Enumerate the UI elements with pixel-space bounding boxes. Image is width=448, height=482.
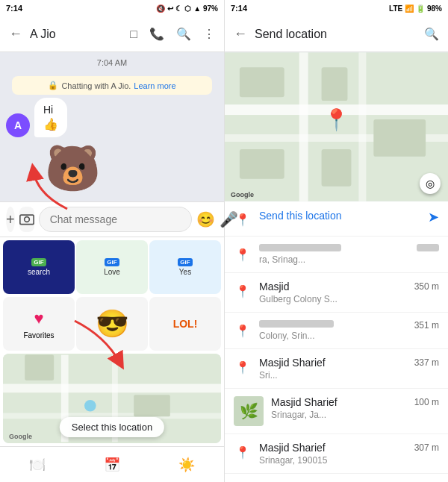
plus-button[interactable]: + bbox=[6, 207, 15, 232]
mic-icon[interactable]: 🎤 bbox=[220, 210, 238, 228]
svg-rect-7 bbox=[25, 355, 54, 381]
bottom-tab-restaurants[interactable]: 🍽️ bbox=[0, 447, 75, 482]
list-item-masjid-sharief-1[interactable]: 📍 Masjid Sharief 337 m Sri... bbox=[225, 349, 448, 389]
emoji-icon[interactable]: 😊 bbox=[196, 210, 215, 228]
list-item-masjid[interactable]: 📍 Masjid 350 m Gulberg Colony S... bbox=[225, 273, 448, 313]
message-row-hi: A Hi 👍 bbox=[0, 98, 224, 137]
send-arrow-icon[interactable]: ➤ bbox=[428, 209, 439, 225]
left-status-icons: 🔇 ↩ ☾ ⬡ ▲ 97% bbox=[156, 4, 218, 13]
hi-text: Hi bbox=[43, 104, 58, 116]
svg-point-9 bbox=[84, 400, 96, 412]
masjid-sharief-sub-2: Srinagar, 190015 bbox=[259, 455, 439, 466]
bottom-tab-hotels[interactable]: 📅 bbox=[75, 447, 149, 482]
favorites-label: Favorites bbox=[23, 331, 54, 339]
masjid-sharief-text-thumb: Masjid Sharief 100 m Srinagar, Ja... bbox=[271, 396, 439, 420]
learn-more-link[interactable]: Learn more bbox=[134, 81, 175, 90]
right-search-icon[interactable]: 🔍 bbox=[424, 27, 439, 41]
list-item-masjid-sharief-2[interactable]: 📍 Masjid Sharief 307 m Srinagar, 190015 bbox=[225, 434, 448, 474]
bear-sticker: 🐻 bbox=[12, 142, 212, 195]
location-thumbnail: 🌿 bbox=[234, 396, 264, 426]
right-status-bar: 7:14 LTE 📶 🔋 98% bbox=[225, 0, 448, 16]
svg-rect-13 bbox=[299, 52, 308, 201]
right-status-icons: LTE 📶 🔋 98% bbox=[389, 4, 442, 13]
send-location-name: Send this location bbox=[259, 210, 342, 222]
list-item-blurred-1[interactable]: 📍 ra, Srinag... bbox=[225, 237, 448, 273]
gif-yes-item[interactable]: GIF Yes bbox=[149, 240, 221, 294]
google-logo-map: Google bbox=[231, 191, 254, 198]
lol-label: LOL! bbox=[173, 318, 198, 330]
message-bubble: Hi 👍 bbox=[34, 98, 67, 137]
list-item-masjid-sharief-thumb[interactable]: 🌿 Masjid Sharief 100 m Srinagar, Ja... bbox=[225, 389, 448, 434]
gif-love-label: Love bbox=[104, 268, 120, 276]
camera-button[interactable] bbox=[19, 207, 34, 232]
blurred-sub-2: Colony, Srin... bbox=[259, 331, 407, 341]
chat-timestamp: 7:04 AM bbox=[0, 52, 224, 73]
fav-row: ♥ Favorites 😎 LOL! bbox=[0, 297, 224, 354]
lol-item[interactable]: LOL! bbox=[149, 297, 221, 351]
search-icon[interactable]: 🔍 bbox=[176, 27, 191, 41]
left-header: ← A Jio □ 📞 🔍 ⋮ bbox=[0, 16, 224, 52]
loc-pin-icon-7: 📍 bbox=[234, 443, 252, 461]
chat-input[interactable] bbox=[39, 207, 192, 232]
svg-rect-14 bbox=[358, 52, 366, 201]
blurred-dist-2: 351 m bbox=[414, 320, 439, 331]
masjid-sharief-sub-1: Sri... bbox=[259, 370, 439, 381]
svg-point-1 bbox=[24, 217, 29, 222]
heart-icon: ♥ bbox=[34, 309, 43, 328]
gif-search-label: search bbox=[28, 268, 50, 276]
masjid-distance: 350 m bbox=[414, 281, 439, 292]
restaurants-icon: 🍽️ bbox=[29, 457, 46, 473]
avatar: A bbox=[6, 113, 30, 137]
svg-rect-18 bbox=[240, 149, 284, 179]
map-location-selector[interactable]: Select this location Google bbox=[3, 354, 221, 443]
sunglasses-icon: 😎 bbox=[96, 308, 129, 339]
right-time: 7:14 bbox=[231, 4, 247, 13]
chat-title: A Jio bbox=[30, 28, 122, 41]
masjid-sub: Gulberg Colony S... bbox=[259, 294, 439, 304]
masjid-sharief-text-2: Masjid Sharief 307 m Srinagar, 190015 bbox=[259, 442, 439, 466]
masjid-sharief-name-thumb: Masjid Sharief bbox=[271, 396, 337, 408]
location-list: 📍 Send this location ➤ 📍 ra, Srinag... 📍 bbox=[225, 201, 448, 482]
gif-love-item[interactable]: GIF Love bbox=[76, 240, 148, 294]
input-row: + 😊 🎤 bbox=[0, 201, 224, 237]
list-item-send-location[interactable]: 📍 Send this location ➤ bbox=[225, 201, 448, 237]
video-icon[interactable]: □ bbox=[130, 28, 137, 41]
right-header: ← Send location 🔍 bbox=[225, 16, 448, 52]
bottom-tab-weather[interactable]: ☀️ bbox=[149, 447, 224, 482]
svg-rect-8 bbox=[134, 395, 170, 416]
loc-pin-icon-4: 📍 bbox=[234, 322, 252, 339]
gif-badge-yes: GIF bbox=[178, 258, 192, 266]
gif-panel: GIF search GIF Love GIF Yes ♥ Favorites … bbox=[0, 237, 224, 354]
svg-rect-17 bbox=[373, 119, 426, 157]
bottom-tabs: 🍽️ 📅 ☀️ bbox=[0, 446, 224, 482]
send-location-text: Send this location bbox=[259, 209, 420, 222]
select-location-label[interactable]: Select this location bbox=[60, 417, 164, 437]
phone-icon[interactable]: 📞 bbox=[149, 27, 164, 41]
more-icon[interactable]: ⋮ bbox=[203, 27, 215, 41]
masjid-sharief-name-2: Masjid Sharief bbox=[259, 442, 326, 454]
masjid-sharief-dist-1: 337 m bbox=[414, 357, 439, 368]
left-time: 7:14 bbox=[6, 4, 22, 13]
loc-pin-icon-5: 📍 bbox=[234, 358, 252, 376]
list-item-blurred-2[interactable]: 📍 Colony, Srin... 351 m bbox=[225, 313, 448, 349]
blurred-name-1 bbox=[259, 244, 341, 251]
loc-pin-icon-3: 📍 bbox=[234, 282, 252, 300]
svg-rect-19 bbox=[322, 149, 352, 187]
right-back-button[interactable]: ← bbox=[234, 26, 247, 42]
back-button[interactable]: ← bbox=[9, 26, 22, 42]
send-location-title: Send location bbox=[255, 28, 417, 41]
masjid-sharief-text-1: Masjid Sharief 337 m Sri... bbox=[259, 357, 439, 381]
sunglasses-item[interactable]: 😎 bbox=[76, 297, 148, 351]
google-logo-bottom: Google bbox=[9, 433, 32, 440]
hotels-icon: 📅 bbox=[104, 457, 120, 473]
weather-icon: ☀️ bbox=[178, 457, 195, 473]
compass-icon[interactable]: ◎ bbox=[420, 173, 441, 194]
masjid-name: Masjid bbox=[259, 281, 289, 292]
gif-yes-label: Yes bbox=[179, 268, 191, 276]
gif-badge-love: GIF bbox=[105, 258, 119, 266]
gif-search-item[interactable]: GIF search bbox=[3, 240, 75, 294]
gif-row: GIF search GIF Love GIF Yes bbox=[0, 237, 224, 297]
chat-area: 7:04 AM 🔒 Chatting with A Jio. Learn mor… bbox=[0, 52, 224, 201]
loc-pin-icon-2: 📍 bbox=[234, 245, 252, 263]
favorites-item[interactable]: ♥ Favorites bbox=[3, 297, 75, 351]
